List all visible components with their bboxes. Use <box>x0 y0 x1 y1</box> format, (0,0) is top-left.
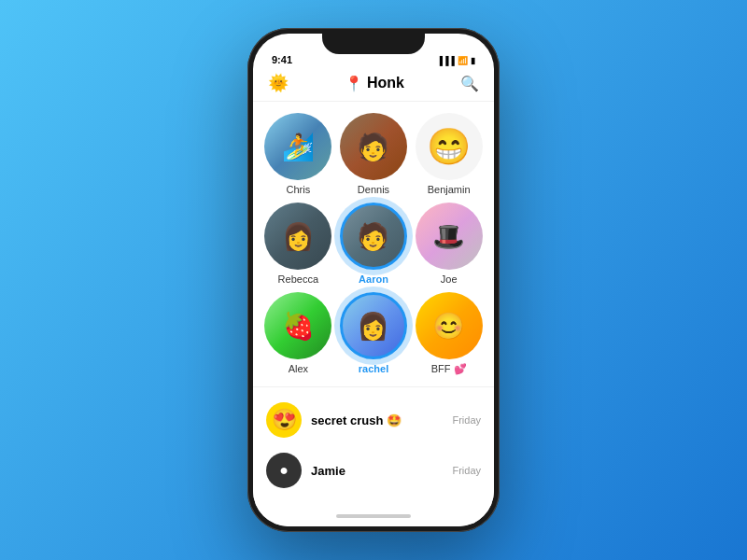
friend-name-joe: Joe <box>441 273 458 285</box>
friend-rachel[interactable]: 👩 rachel <box>340 292 408 375</box>
message-content-jamie: Jamie <box>311 462 443 479</box>
status-time: 9:41 <box>272 54 292 65</box>
sun-icon[interactable]: 🌞 <box>268 73 289 93</box>
message-time-jamie: Friday <box>452 465 481 476</box>
main-content: 🏄 Chris 🧑 Dennis 😁 Benjamin <box>253 102 494 506</box>
divider <box>253 386 494 387</box>
message-secret-crush[interactable]: 😍 secret crush 🤩 Friday <box>253 395 494 445</box>
add-friends-button[interactable]: + Add Friends <box>253 499 494 506</box>
message-avatar-jamie: ● <box>266 453 302 488</box>
friend-avatar-dennis: 🧑 <box>340 113 407 180</box>
signal-icon: ▐▐▐ <box>437 56 455 65</box>
friend-avatar-rebecca: 👩 <box>264 203 331 270</box>
friend-rebecca[interactable]: 👩 Rebecca <box>264 203 332 285</box>
friend-avatar-alex: 🍓 <box>264 292 331 359</box>
friend-avatar-joe: 🎩 <box>416 203 483 270</box>
friend-name-rebecca: Rebecca <box>278 273 318 285</box>
friend-name-chris: Chris <box>286 184 310 195</box>
friend-name-alex: Alex <box>289 363 308 374</box>
friend-avatar-aaron: 🧑 <box>340 203 407 270</box>
friend-name-dennis: Dennis <box>358 184 389 195</box>
friend-name-bff: BFF 💕 <box>431 363 467 375</box>
status-icons: ▐▐▐ 📶 ▮ <box>437 56 475 65</box>
friend-avatar-chris: 🏄 <box>264 113 331 180</box>
message-name-jamie: Jamie <box>311 464 345 478</box>
friend-avatar-bff: 😊 <box>416 292 483 359</box>
battery-icon: ▮ <box>471 56 475 65</box>
friend-avatar-benjamin: 😁 <box>416 113 483 180</box>
message-time-secret-crush: Friday <box>452 414 481 426</box>
friend-benjamin[interactable]: 😁 Benjamin <box>415 113 483 195</box>
message-content-secret-crush: secret crush 🤩 <box>311 412 443 428</box>
friend-avatar-rachel: 👩 <box>340 292 407 359</box>
app-header: 🌞 📍 Honk 🔍 <box>253 69 494 102</box>
message-name-secret-crush: secret crush 🤩 <box>311 413 402 427</box>
friend-joe[interactable]: 🎩 Joe <box>415 203 483 285</box>
friend-name-rachel: rachel <box>359 363 388 374</box>
friend-aaron[interactable]: 🧑 Aaron <box>340 203 408 285</box>
friend-name-aaron: Aaron <box>359 273 388 285</box>
friend-bff[interactable]: 😊 BFF 💕 <box>415 292 483 375</box>
phone-screen: 9:41 ▐▐▐ 📶 ▮ 🌞 📍 Honk 🔍 🏄 <box>253 34 494 526</box>
search-button[interactable]: 🔍 <box>460 75 479 92</box>
message-avatar-secret-crush: 😍 <box>266 402 302 438</box>
friends-grid: 🏄 Chris 🧑 Dennis 😁 Benjamin <box>253 102 494 383</box>
message-jamie[interactable]: ● Jamie Friday <box>253 445 494 496</box>
location-icon: 📍 <box>345 75 363 92</box>
messages-list: 😍 secret crush 🤩 Friday ● Jamie Friday <box>253 391 494 499</box>
friend-name-benjamin: Benjamin <box>428 184 471 195</box>
notch <box>322 34 425 54</box>
wifi-icon: 📶 <box>458 56 468 65</box>
friend-alex[interactable]: 🍓 Alex <box>264 292 332 375</box>
friend-dennis[interactable]: 🧑 Dennis <box>340 113 408 195</box>
friend-chris[interactable]: 🏄 Chris <box>264 113 332 195</box>
app-title-group: 📍 Honk <box>345 75 404 92</box>
app-title: Honk <box>367 75 404 91</box>
home-indicator <box>253 506 494 526</box>
phone-frame: 9:41 ▐▐▐ 📶 ▮ 🌞 📍 Honk 🔍 🏄 <box>247 28 500 532</box>
home-bar <box>336 514 411 518</box>
